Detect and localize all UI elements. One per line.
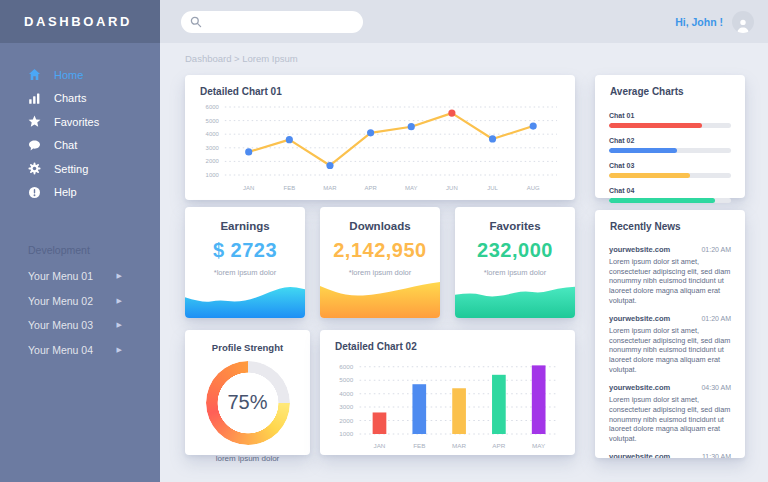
svg-text:JAN: JAN <box>374 442 386 449</box>
user-avatar[interactable] <box>732 11 754 33</box>
svg-text:MAY: MAY <box>532 442 545 449</box>
breadcrumb: Dashboard > Lorem Ipsum <box>185 53 298 64</box>
average-charts-title: Average Charts <box>595 75 745 97</box>
help-icon <box>28 186 41 199</box>
progress-fill <box>609 173 690 178</box>
detailed-chart-02-title: Detailed Chart 02 <box>320 330 575 352</box>
progress-track <box>609 148 731 153</box>
charts-icon <box>28 92 41 105</box>
svg-text:4000: 4000 <box>206 131 220 137</box>
home-icon <box>28 68 41 81</box>
news-item-header: yourwebsite.com01:20 AM <box>609 245 731 254</box>
svg-text:APR: APR <box>364 185 377 191</box>
earnings-title: Earnings <box>185 220 305 232</box>
sidebar-item-label: Favorites <box>54 116 99 128</box>
svg-text:6000: 6000 <box>339 363 354 370</box>
sidebar-item-help[interactable]: Help <box>0 181 160 205</box>
star-icon <box>28 115 41 128</box>
progress-fill <box>609 148 677 153</box>
downloads-area-chart <box>320 278 440 318</box>
news-source-link[interactable]: yourwebsite.com <box>609 452 670 458</box>
sidebar-item-home[interactable]: Home <box>0 63 160 87</box>
svg-text:2000: 2000 <box>339 417 354 424</box>
favorites-area-chart <box>455 278 575 318</box>
dashboard-app: DASHBOARD HomeChartsFavoritesChatSetting… <box>0 0 768 482</box>
svg-text:5000: 5000 <box>206 118 220 124</box>
news-item[interactable]: yourwebsite.com11:30 AMLorem ipsum dolor… <box>609 452 731 458</box>
news-source-link[interactable]: yourwebsite.com <box>609 314 670 323</box>
profile-strength-note: lorem ipsum dolor <box>185 454 310 463</box>
sidebar-item-chat[interactable]: Chat <box>0 134 160 158</box>
average-bar-label: Chat 02 <box>609 137 731 144</box>
progress-track <box>609 173 731 178</box>
user-greeting: Hi, John ! <box>675 16 723 28</box>
news-timestamp: 11:30 AM <box>702 453 731 458</box>
line-chart: 600050004000300020001000JANFEBMARAPRMAYJ… <box>193 99 567 203</box>
svg-text:5000: 5000 <box>339 376 354 383</box>
dev-item-label: Your Menu 04 <box>28 344 93 356</box>
sidebar-item-your-menu-01[interactable]: Your Menu 01▶ <box>0 264 160 289</box>
earnings-card: Earnings $ 2723 *lorem ipsum dolor <box>185 207 305 318</box>
news-source-link[interactable]: yourwebsite.com <box>609 245 670 254</box>
earnings-note: *lorem ipsum dolor <box>185 268 305 277</box>
svg-text:3000: 3000 <box>339 403 354 410</box>
sidebar: DASHBOARD HomeChartsFavoritesChatSetting… <box>0 0 160 482</box>
average-bar-label: Chat 01 <box>609 112 731 119</box>
average-charts-card: Average Charts Chat 01Chat 02Chat 03Chat… <box>595 75 745 198</box>
downloads-title: Downloads <box>320 220 440 232</box>
sidebar-item-charts[interactable]: Charts <box>0 87 160 111</box>
news-item[interactable]: yourwebsite.com01:20 AMLorem ipsum dolor… <box>609 245 731 305</box>
average-bar-row: Chat 02 <box>609 137 731 153</box>
dev-item-label: Your Menu 03 <box>28 319 93 331</box>
recently-news-card: Recently News yourwebsite.com01:20 AMLor… <box>595 210 745 458</box>
news-item[interactable]: yourwebsite.com01:20 AMLorem ipsum dolor… <box>609 314 731 374</box>
detailed-chart-01-card: Detailed Chart 01 6000500040003000200010… <box>185 75 575 200</box>
dev-item-label: Your Menu 02 <box>28 295 93 307</box>
progress-fill <box>609 198 715 203</box>
sidebar-item-label: Home <box>54 69 83 81</box>
sidebar-item-favorites[interactable]: Favorites <box>0 110 160 134</box>
search-icon <box>190 16 202 28</box>
sidebar-dev-section: Development Your Menu 01▶Your Menu 02▶Yo… <box>0 244 160 362</box>
progress-track <box>609 198 731 203</box>
sidebar-item-your-menu-04[interactable]: Your Menu 04▶ <box>0 338 160 363</box>
earnings-value: $ 2723 <box>185 239 305 262</box>
sidebar-item-setting[interactable]: Setting <box>0 157 160 181</box>
progress-track <box>609 123 731 128</box>
search-bar[interactable] <box>181 11 363 33</box>
news-body-text: Lorem ipsum dolor sit amet, consectetuer… <box>609 257 731 305</box>
person-icon <box>735 17 751 33</box>
app-title: DASHBOARD <box>0 0 160 43</box>
svg-text:2000: 2000 <box>206 158 220 164</box>
chevron-right-icon: ▶ <box>117 272 122 280</box>
news-source-link[interactable]: yourwebsite.com <box>609 383 670 392</box>
progress-fill <box>609 123 702 128</box>
svg-text:4000: 4000 <box>339 390 354 397</box>
detailed-chart-02-card: Detailed Chart 02 6000500040003000200010… <box>320 330 575 455</box>
svg-text:3000: 3000 <box>206 145 220 151</box>
news-timestamp: 01:20 AM <box>701 315 731 322</box>
profile-strength-card: Profile Strenght 75% lorem ipsum dolor <box>185 330 310 455</box>
svg-text:MAR: MAR <box>452 442 467 449</box>
donut-percent-label: 75% <box>206 391 290 414</box>
svg-text:FEB: FEB <box>413 442 425 449</box>
news-timestamp: 04:30 AM <box>701 384 731 391</box>
downloads-card: Downloads 2,142,950 *lorem ipsum dolor <box>320 207 440 318</box>
sidebar-item-label: Setting <box>54 163 88 175</box>
sidebar-item-label: Charts <box>54 92 86 104</box>
news-list: yourwebsite.com01:20 AMLorem ipsum dolor… <box>595 232 745 458</box>
sidebar-dev-menu: Your Menu 01▶Your Menu 02▶Your Menu 03▶Y… <box>0 264 160 362</box>
average-bar-row: Chat 04 <box>609 187 731 203</box>
svg-text:6000: 6000 <box>206 104 220 110</box>
donut-chart: 75% <box>206 361 290 445</box>
sidebar-item-your-menu-03[interactable]: Your Menu 03▶ <box>0 313 160 338</box>
svg-text:JUL: JUL <box>487 185 498 191</box>
search-input[interactable] <box>208 15 354 28</box>
average-charts-rows: Chat 01Chat 02Chat 03Chat 04 <box>595 97 745 203</box>
recently-news-title: Recently News <box>595 210 745 232</box>
svg-text:JUN: JUN <box>446 185 458 191</box>
news-body-text: Lorem ipsum dolor sit amet, consectetuer… <box>609 326 731 374</box>
sidebar-item-your-menu-02[interactable]: Your Menu 02▶ <box>0 289 160 314</box>
news-item-header: yourwebsite.com01:20 AM <box>609 314 731 323</box>
news-item[interactable]: yourwebsite.com04:30 AMLorem ipsum dolor… <box>609 383 731 443</box>
